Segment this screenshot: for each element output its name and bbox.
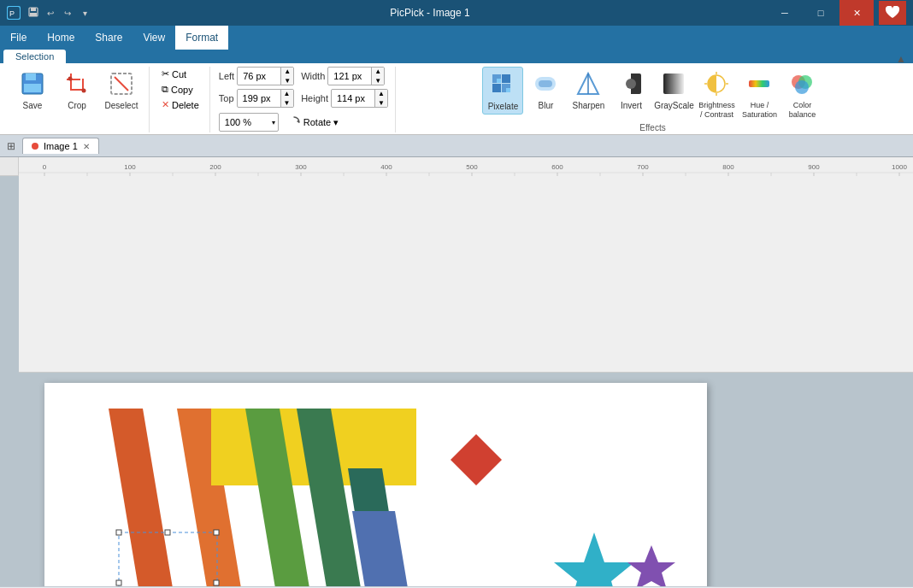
ribbon-group-effects: Pixelate Blur	[398, 67, 908, 132]
svg-marker-111	[554, 532, 634, 587]
height-label: Height	[301, 93, 328, 103]
svg-text:500: 500	[466, 163, 478, 171]
svg-rect-18	[502, 74, 510, 83]
width-input[interactable]: 121 px ▲ ▼	[327, 67, 385, 85]
zoom-value: 100 %	[220, 115, 269, 129]
invert-icon	[617, 70, 645, 97]
svg-text:100: 100	[124, 163, 136, 171]
height-input[interactable]: 114 px ▲ ▼	[331, 89, 388, 108]
rotate-label: Rotate	[303, 117, 331, 127]
width-spin-up[interactable]: ▲	[372, 67, 384, 76]
color-balance-button[interactable]: Colorbalance	[781, 67, 822, 121]
menu-view[interactable]: View	[133, 26, 175, 50]
heart-icon	[885, 6, 900, 20]
crop-button[interactable]: Crop	[56, 67, 97, 113]
height-spin-down[interactable]: ▼	[375, 98, 387, 108]
blur-button[interactable]: Blur	[525, 67, 566, 113]
copy-label: Copy	[171, 85, 193, 95]
svg-text:600: 600	[551, 163, 563, 171]
color-balance-icon	[788, 70, 816, 97]
top-input[interactable]: 199 px ▲ ▼	[237, 89, 294, 108]
brightness-contrast-icon	[703, 70, 730, 97]
left-spin-down[interactable]: ▼	[281, 76, 293, 85]
top-spin-down[interactable]: ▼	[281, 98, 293, 108]
deselect-button[interactable]: Deselect	[101, 67, 142, 113]
cut-button[interactable]: ✂ Cut	[158, 67, 203, 81]
crop-label: Crop	[68, 101, 86, 111]
svg-rect-123	[214, 530, 219, 535]
save-button[interactable]: Save	[12, 67, 53, 113]
svg-text:200: 200	[209, 163, 221, 171]
svg-rect-3	[31, 8, 36, 11]
blur-label: Blur	[539, 101, 554, 111]
maximize-button[interactable]: □	[804, 0, 838, 26]
undo-icon[interactable]: ↩	[43, 5, 58, 21]
ribbon-group-clipboard: ✂ Cut ⧉ Copy ✕ Delete	[151, 67, 210, 132]
svg-point-29	[626, 79, 636, 89]
title-bar: P ↩ ↪ ▾ PicPick - Image 1 ─ □ ✕	[0, 0, 913, 26]
hue-saturation-label: Hue /Saturation	[742, 101, 777, 120]
close-button[interactable]: ✕	[839, 0, 874, 26]
svg-text:900: 900	[808, 163, 820, 171]
ribbon-group-position: Left 76 px ▲ ▼	[212, 67, 396, 132]
top-spin-up[interactable]: ▲	[281, 89, 293, 98]
brightness-contrast-button[interactable]: Brightness/ Contrast	[696, 67, 737, 121]
svg-marker-101	[451, 434, 502, 485]
svg-text:300: 300	[295, 163, 307, 171]
quick-save-icon[interactable]	[26, 5, 41, 21]
svg-text:1000: 1000	[892, 163, 907, 171]
minimize-button[interactable]: ─	[768, 0, 802, 26]
svg-rect-4	[30, 13, 37, 16]
top-value: 199 px	[238, 91, 280, 105]
invert-button[interactable]: Invert	[610, 67, 651, 113]
grayscale-label: GrayScale	[654, 101, 694, 111]
horizontal-ruler: 0 100 200 300 400 500	[19, 157, 913, 373]
zoom-dropdown[interactable]: ▾	[269, 117, 278, 128]
copy-button[interactable]: ⧉ Copy	[158, 82, 203, 97]
document-tab[interactable]: Image 1 ✕	[22, 138, 99, 154]
app-icon: P	[7, 6, 21, 20]
canvas-scroll-area[interactable]: Shapes Curved Arrow with text LINE	[19, 373, 913, 587]
copy-icon: ⧉	[162, 84, 168, 95]
ribbon-tab-selection[interactable]: Selection	[3, 50, 66, 63]
invert-label: Invert	[621, 101, 642, 111]
delete-button[interactable]: ✕ Delete	[158, 97, 203, 112]
delete-label: Delete	[172, 100, 199, 110]
redo-icon[interactable]: ↪	[60, 5, 75, 21]
deselect-icon	[108, 70, 135, 97]
svg-marker-16	[297, 120, 299, 123]
menu-file[interactable]: File	[0, 26, 37, 50]
image-canvas[interactable]: Shapes Curved Arrow with text LINE	[44, 383, 707, 587]
pixelate-icon	[489, 71, 516, 98]
sharpen-button[interactable]: Sharpen	[568, 67, 609, 113]
menu-home[interactable]: Home	[37, 26, 85, 50]
top-label: Top	[219, 93, 234, 103]
svg-line-15	[115, 77, 128, 91]
zoom-input[interactable]: 100 % ▾	[219, 113, 279, 132]
menu-share[interactable]: Share	[85, 26, 133, 50]
left-input[interactable]: 76 px ▲ ▼	[237, 67, 294, 85]
svg-rect-22	[506, 88, 510, 92]
pixelate-label: Pixelate	[488, 102, 519, 112]
pixelate-button[interactable]: Pixelate	[482, 67, 523, 115]
hue-saturation-button[interactable]: Hue /Saturation	[739, 67, 780, 121]
grayscale-button[interactable]: GrayScale	[653, 67, 694, 113]
left-spin-up[interactable]: ▲	[281, 67, 293, 76]
rotate-button[interactable]: Rotate ▾	[284, 114, 342, 131]
height-spin-up[interactable]: ▲	[375, 89, 387, 98]
rotate-icon	[287, 115, 301, 129]
svg-rect-19	[492, 84, 501, 92]
menu-format[interactable]: Format	[175, 26, 228, 50]
svg-point-13	[82, 89, 86, 93]
ribbon-collapse-button[interactable]: ▲	[896, 53, 906, 65]
sharpen-icon	[574, 70, 602, 97]
width-spin-down[interactable]: ▼	[372, 76, 384, 85]
customize-icon[interactable]: ▾	[77, 5, 92, 21]
cut-label: Cut	[172, 69, 186, 79]
tab-close-button[interactable]: ✕	[83, 142, 90, 151]
svg-rect-8	[70, 74, 72, 91]
brightness-contrast-label: Brightness/ Contrast	[698, 101, 735, 120]
svg-text:400: 400	[380, 163, 392, 171]
menu-bar: File Home Share View Format	[0, 26, 913, 50]
color-balance-label: Colorbalance	[789, 101, 816, 120]
